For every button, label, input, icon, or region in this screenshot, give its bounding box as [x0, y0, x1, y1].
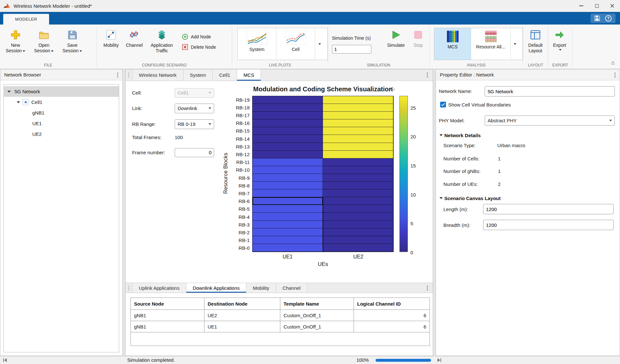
- heatmap-cell-RB-8-UE2[interactable]: [323, 182, 393, 189]
- heatmap-cell-RB-16-UE1[interactable]: [253, 119, 323, 127]
- breadth-input[interactable]: [483, 220, 614, 230]
- link-dropdown[interactable]: Downlink: [175, 104, 214, 113]
- section-collapse-icon[interactable]: [439, 134, 443, 136]
- channel-button[interactable]: Channel: [124, 27, 145, 54]
- tab-modeler[interactable]: MODELER: [3, 14, 49, 25]
- tree-item-ue2[interactable]: UE2: [4, 129, 119, 139]
- tab-channel[interactable]: Channel: [276, 283, 307, 293]
- heatmap-cell-RB-2-UE2[interactable]: [323, 228, 393, 236]
- heatmap-cell-RB-2-UE1[interactable]: [253, 228, 323, 236]
- heatmap-cell-RB-19-UE2[interactable]: [323, 96, 393, 104]
- heatmap-cell-RB-5-UE1[interactable]: [253, 205, 323, 213]
- heatmap-cell-RB-4-UE1[interactable]: [253, 213, 323, 220]
- mcs-analysis-button[interactable]: MCS: [434, 28, 471, 60]
- simulate-button[interactable]: Simulate: [384, 27, 408, 54]
- heatmap-cell-RB-13-UE2[interactable]: [323, 143, 393, 151]
- section-collapse-icon[interactable]: [439, 197, 443, 199]
- tree-item-ue1[interactable]: UE1: [4, 118, 119, 129]
- heatmap-cell-RB-14-UE1[interactable]: [253, 135, 323, 143]
- help-button[interactable]: ?: [605, 15, 612, 22]
- network-details-section-header[interactable]: Network Details: [444, 133, 481, 138]
- application-traffic-button[interactable]: Application Traffic: [145, 27, 179, 54]
- delete-node-button[interactable]: Delete Node: [182, 44, 216, 50]
- tab-cell1[interactable]: Cell1: [213, 69, 237, 81]
- resource-allocation-button[interactable]: Resource All...: [471, 28, 511, 60]
- property-editor-menu-button[interactable]: [615, 72, 616, 77]
- next-panel-button[interactable]: [437, 358, 442, 363]
- drag-handle-icon[interactable]: [128, 72, 129, 77]
- open-session-button[interactable]: Open Session: [30, 27, 58, 54]
- tree-item-gnb1[interactable]: gNB1: [4, 107, 119, 118]
- heatmap-cell-RB-1-UE2[interactable]: [323, 236, 393, 244]
- tree-item-cell1[interactable]: ★ Cell1: [4, 97, 119, 107]
- rb-range-dropdown[interactable]: RB 0-19: [175, 119, 214, 129]
- heatmap-cell-RB-16-UE2[interactable]: [323, 119, 393, 127]
- save-session-button[interactable]: Save Session: [58, 27, 87, 54]
- heatmap-cell-RB-0-UE2[interactable]: [323, 244, 393, 252]
- heatmap-cell-RB-8-UE1[interactable]: [253, 182, 323, 189]
- heatmap-cell-RB-17-UE2[interactable]: [323, 112, 393, 119]
- pan-tool-icon[interactable]: [390, 87, 395, 93]
- tab-mobility[interactable]: Mobility: [246, 283, 276, 293]
- heatmap-cell-RB-7-UE1[interactable]: [253, 189, 323, 197]
- document-tabbar-menu-button[interactable]: [427, 72, 428, 77]
- heatmap-cell-RB-5-UE2[interactable]: [323, 205, 393, 213]
- heatmap-cell-RB-11-UE2[interactable]: [323, 158, 393, 166]
- heatmap-cell-RB-4-UE2[interactable]: [323, 213, 393, 220]
- heatmap-cell-RB-15-UE2[interactable]: [323, 127, 393, 135]
- new-session-button[interactable]: New Session: [1, 27, 30, 54]
- simulation-time-input[interactable]: [332, 45, 371, 54]
- export-button[interactable]: Export: [548, 27, 571, 51]
- mcs-heatmap[interactable]: [252, 96, 394, 252]
- maximize-button[interactable]: [589, 0, 604, 12]
- length-input[interactable]: [483, 204, 614, 214]
- heatmap-cell-RB-9-UE2[interactable]: [323, 174, 393, 182]
- tree-expander-icon[interactable]: [17, 101, 20, 103]
- heatmap-cell-RB-1-UE1[interactable]: [253, 236, 323, 244]
- live-plots-gallery-dropdown[interactable]: [315, 28, 323, 60]
- table-row[interactable]: gNB1 UE2 Custom_OnOff_1 6: [131, 310, 430, 321]
- heatmap-cell-RB-15-UE1[interactable]: [253, 127, 323, 135]
- previous-panel-button[interactable]: [3, 358, 8, 363]
- heatmap-cell-RB-14-UE2[interactable]: [323, 135, 393, 143]
- tab-mcs[interactable]: MCS: [237, 69, 261, 81]
- heatmap-cell-RB-7-UE2[interactable]: [323, 189, 393, 197]
- drag-handle-icon[interactable]: [128, 285, 129, 290]
- applications-tabbar-menu-button[interactable]: [427, 285, 428, 290]
- cell-plot-button[interactable]: Cell: [276, 28, 315, 60]
- frame-number-input[interactable]: [175, 148, 214, 157]
- heatmap-cell-RB-9-UE1[interactable]: [253, 174, 323, 182]
- tree-expander-icon[interactable]: [7, 91, 11, 93]
- analysis-gallery-dropdown[interactable]: [511, 28, 519, 60]
- heatmap-cell-RB-0-UE1[interactable]: [253, 244, 323, 252]
- network-browser-menu-button[interactable]: [117, 72, 119, 77]
- default-layout-button[interactable]: Default Layout: [524, 27, 547, 54]
- tree-item-5g-network[interactable]: 5G Network: [4, 86, 119, 97]
- tab-wireless-network[interactable]: Wireless Network: [132, 69, 183, 81]
- network-name-input[interactable]: [485, 86, 615, 96]
- table-empty-row[interactable]: [131, 332, 430, 346]
- tab-system[interactable]: System: [183, 69, 213, 81]
- scenario-canvas-layout-section-header[interactable]: Scenario Canvas Layout: [444, 196, 501, 201]
- mobility-button[interactable]: Mobility: [98, 27, 124, 54]
- heatmap-cell-RB-3-UE1[interactable]: [253, 221, 323, 228]
- heatmap-cell-RB-19-UE1[interactable]: [253, 96, 323, 104]
- collapse-ribbon-button[interactable]: [610, 60, 615, 66]
- phy-model-dropdown[interactable]: Abstract PHY: [485, 116, 615, 126]
- heatmap-cell-RB-10-UE2[interactable]: [323, 166, 393, 174]
- tab-downlink-applications[interactable]: Downlink Applications: [186, 283, 246, 293]
- show-boundaries-checkbox[interactable]: [440, 102, 446, 107]
- heatmap-cell-RB-6-UE2[interactable]: [323, 197, 393, 205]
- heatmap-cell-RB-18-UE1[interactable]: [253, 104, 323, 112]
- heatmap-cell-RB-18-UE2[interactable]: [323, 104, 393, 112]
- heatmap-cell-RB-17-UE1[interactable]: [253, 112, 323, 119]
- heatmap-cell-RB-12-UE2[interactable]: [323, 151, 393, 158]
- save-icon[interactable]: [594, 15, 600, 21]
- heatmap-cell-RB-6-UE1[interactable]: [253, 197, 323, 205]
- heatmap-cell-RB-11-UE1[interactable]: [253, 158, 323, 166]
- heatmap-cell-RB-10-UE1[interactable]: [253, 166, 323, 174]
- heatmap-cell-RB-13-UE1[interactable]: [253, 143, 323, 151]
- heatmap-cell-RB-3-UE2[interactable]: [323, 221, 393, 228]
- system-plot-button[interactable]: System: [238, 28, 276, 60]
- minimize-button[interactable]: [574, 0, 589, 12]
